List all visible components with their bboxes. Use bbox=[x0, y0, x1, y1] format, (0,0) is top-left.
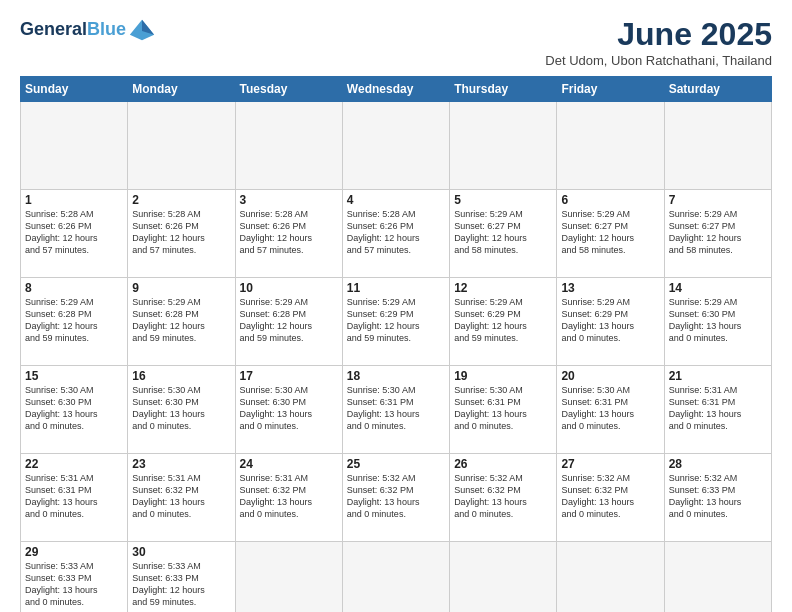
day-number: 12 bbox=[454, 281, 552, 295]
cell-content: Sunrise: 5:30 AMSunset: 6:30 PMDaylight:… bbox=[25, 385, 98, 431]
col-header-thursday: Thursday bbox=[450, 77, 557, 102]
cell-content: Sunrise: 5:29 AMSunset: 6:27 PMDaylight:… bbox=[561, 209, 634, 255]
calendar-cell bbox=[21, 102, 128, 190]
col-header-wednesday: Wednesday bbox=[342, 77, 449, 102]
col-header-tuesday: Tuesday bbox=[235, 77, 342, 102]
calendar-cell bbox=[557, 542, 664, 613]
month-title: June 2025 bbox=[545, 16, 772, 53]
calendar-cell: 20 Sunrise: 5:30 AMSunset: 6:31 PMDaylig… bbox=[557, 366, 664, 454]
page: GeneralBlue June 2025 Det Udom, Ubon Rat… bbox=[0, 0, 792, 612]
day-number: 2 bbox=[132, 193, 230, 207]
cell-content: Sunrise: 5:31 AMSunset: 6:31 PMDaylight:… bbox=[25, 473, 98, 519]
cell-content: Sunrise: 5:30 AMSunset: 6:31 PMDaylight:… bbox=[347, 385, 420, 431]
calendar-cell: 18 Sunrise: 5:30 AMSunset: 6:31 PMDaylig… bbox=[342, 366, 449, 454]
calendar-cell: 30 Sunrise: 5:33 AMSunset: 6:33 PMDaylig… bbox=[128, 542, 235, 613]
day-number: 17 bbox=[240, 369, 338, 383]
day-number: 16 bbox=[132, 369, 230, 383]
cell-content: Sunrise: 5:29 AMSunset: 6:27 PMDaylight:… bbox=[669, 209, 742, 255]
calendar-cell: 17 Sunrise: 5:30 AMSunset: 6:30 PMDaylig… bbox=[235, 366, 342, 454]
calendar-cell: 8 Sunrise: 5:29 AMSunset: 6:28 PMDayligh… bbox=[21, 278, 128, 366]
cell-content: Sunrise: 5:29 AMSunset: 6:29 PMDaylight:… bbox=[347, 297, 420, 343]
day-number: 8 bbox=[25, 281, 123, 295]
cell-content: Sunrise: 5:29 AMSunset: 6:28 PMDaylight:… bbox=[132, 297, 205, 343]
day-number: 25 bbox=[347, 457, 445, 471]
cell-content: Sunrise: 5:28 AMSunset: 6:26 PMDaylight:… bbox=[25, 209, 98, 255]
cell-content: Sunrise: 5:32 AMSunset: 6:32 PMDaylight:… bbox=[347, 473, 420, 519]
col-header-monday: Monday bbox=[128, 77, 235, 102]
calendar-cell: 12 Sunrise: 5:29 AMSunset: 6:29 PMDaylig… bbox=[450, 278, 557, 366]
calendar-cell: 14 Sunrise: 5:29 AMSunset: 6:30 PMDaylig… bbox=[664, 278, 771, 366]
day-number: 22 bbox=[25, 457, 123, 471]
day-number: 29 bbox=[25, 545, 123, 559]
day-number: 6 bbox=[561, 193, 659, 207]
week-row-1: 1 Sunrise: 5:28 AMSunset: 6:26 PMDayligh… bbox=[21, 190, 772, 278]
week-row-3: 15 Sunrise: 5:30 AMSunset: 6:30 PMDaylig… bbox=[21, 366, 772, 454]
day-number: 26 bbox=[454, 457, 552, 471]
day-number: 1 bbox=[25, 193, 123, 207]
cell-content: Sunrise: 5:29 AMSunset: 6:28 PMDaylight:… bbox=[240, 297, 313, 343]
calendar-table: SundayMondayTuesdayWednesdayThursdayFrid… bbox=[20, 76, 772, 612]
calendar-cell: 15 Sunrise: 5:30 AMSunset: 6:30 PMDaylig… bbox=[21, 366, 128, 454]
calendar-cell bbox=[450, 542, 557, 613]
calendar-cell bbox=[664, 542, 771, 613]
calendar-cell: 6 Sunrise: 5:29 AMSunset: 6:27 PMDayligh… bbox=[557, 190, 664, 278]
week-row-4: 22 Sunrise: 5:31 AMSunset: 6:31 PMDaylig… bbox=[21, 454, 772, 542]
calendar-cell bbox=[664, 102, 771, 190]
day-number: 30 bbox=[132, 545, 230, 559]
cell-content: Sunrise: 5:29 AMSunset: 6:30 PMDaylight:… bbox=[669, 297, 742, 343]
day-number: 19 bbox=[454, 369, 552, 383]
cell-content: Sunrise: 5:33 AMSunset: 6:33 PMDaylight:… bbox=[132, 561, 205, 607]
calendar-cell: 5 Sunrise: 5:29 AMSunset: 6:27 PMDayligh… bbox=[450, 190, 557, 278]
day-number: 28 bbox=[669, 457, 767, 471]
day-number: 14 bbox=[669, 281, 767, 295]
day-number: 7 bbox=[669, 193, 767, 207]
cell-content: Sunrise: 5:30 AMSunset: 6:31 PMDaylight:… bbox=[561, 385, 634, 431]
col-header-saturday: Saturday bbox=[664, 77, 771, 102]
day-number: 15 bbox=[25, 369, 123, 383]
calendar-cell bbox=[557, 102, 664, 190]
calendar-cell: 25 Sunrise: 5:32 AMSunset: 6:32 PMDaylig… bbox=[342, 454, 449, 542]
cell-content: Sunrise: 5:29 AMSunset: 6:29 PMDaylight:… bbox=[454, 297, 527, 343]
logo-icon bbox=[128, 16, 156, 44]
calendar-cell: 7 Sunrise: 5:29 AMSunset: 6:27 PMDayligh… bbox=[664, 190, 771, 278]
calendar-cell: 28 Sunrise: 5:32 AMSunset: 6:33 PMDaylig… bbox=[664, 454, 771, 542]
calendar-cell: 19 Sunrise: 5:30 AMSunset: 6:31 PMDaylig… bbox=[450, 366, 557, 454]
cell-content: Sunrise: 5:32 AMSunset: 6:33 PMDaylight:… bbox=[669, 473, 742, 519]
day-number: 24 bbox=[240, 457, 338, 471]
logo: GeneralBlue bbox=[20, 16, 156, 44]
calendar-header-row: SundayMondayTuesdayWednesdayThursdayFrid… bbox=[21, 77, 772, 102]
header: GeneralBlue June 2025 Det Udom, Ubon Rat… bbox=[20, 16, 772, 68]
cell-content: Sunrise: 5:31 AMSunset: 6:32 PMDaylight:… bbox=[132, 473, 205, 519]
day-number: 21 bbox=[669, 369, 767, 383]
calendar-cell bbox=[235, 542, 342, 613]
calendar-cell: 2 Sunrise: 5:28 AMSunset: 6:26 PMDayligh… bbox=[128, 190, 235, 278]
calendar-cell: 27 Sunrise: 5:32 AMSunset: 6:32 PMDaylig… bbox=[557, 454, 664, 542]
calendar-cell: 3 Sunrise: 5:28 AMSunset: 6:26 PMDayligh… bbox=[235, 190, 342, 278]
day-number: 10 bbox=[240, 281, 338, 295]
calendar-cell bbox=[128, 102, 235, 190]
calendar-cell: 1 Sunrise: 5:28 AMSunset: 6:26 PMDayligh… bbox=[21, 190, 128, 278]
calendar-cell bbox=[235, 102, 342, 190]
cell-content: Sunrise: 5:28 AMSunset: 6:26 PMDaylight:… bbox=[240, 209, 313, 255]
week-row-5: 29 Sunrise: 5:33 AMSunset: 6:33 PMDaylig… bbox=[21, 542, 772, 613]
calendar-cell: 23 Sunrise: 5:31 AMSunset: 6:32 PMDaylig… bbox=[128, 454, 235, 542]
cell-content: Sunrise: 5:28 AMSunset: 6:26 PMDaylight:… bbox=[347, 209, 420, 255]
day-number: 27 bbox=[561, 457, 659, 471]
calendar-cell: 16 Sunrise: 5:30 AMSunset: 6:30 PMDaylig… bbox=[128, 366, 235, 454]
day-number: 5 bbox=[454, 193, 552, 207]
col-header-sunday: Sunday bbox=[21, 77, 128, 102]
calendar-cell: 4 Sunrise: 5:28 AMSunset: 6:26 PMDayligh… bbox=[342, 190, 449, 278]
calendar-cell: 11 Sunrise: 5:29 AMSunset: 6:29 PMDaylig… bbox=[342, 278, 449, 366]
cell-content: Sunrise: 5:29 AMSunset: 6:29 PMDaylight:… bbox=[561, 297, 634, 343]
day-number: 3 bbox=[240, 193, 338, 207]
cell-content: Sunrise: 5:33 AMSunset: 6:33 PMDaylight:… bbox=[25, 561, 98, 607]
cell-content: Sunrise: 5:32 AMSunset: 6:32 PMDaylight:… bbox=[561, 473, 634, 519]
calendar-cell: 29 Sunrise: 5:33 AMSunset: 6:33 PMDaylig… bbox=[21, 542, 128, 613]
cell-content: Sunrise: 5:30 AMSunset: 6:30 PMDaylight:… bbox=[240, 385, 313, 431]
cell-content: Sunrise: 5:30 AMSunset: 6:31 PMDaylight:… bbox=[454, 385, 527, 431]
cell-content: Sunrise: 5:32 AMSunset: 6:32 PMDaylight:… bbox=[454, 473, 527, 519]
title-area: June 2025 Det Udom, Ubon Ratchathani, Th… bbox=[545, 16, 772, 68]
calendar-cell: 21 Sunrise: 5:31 AMSunset: 6:31 PMDaylig… bbox=[664, 366, 771, 454]
day-number: 18 bbox=[347, 369, 445, 383]
location: Det Udom, Ubon Ratchathani, Thailand bbox=[545, 53, 772, 68]
